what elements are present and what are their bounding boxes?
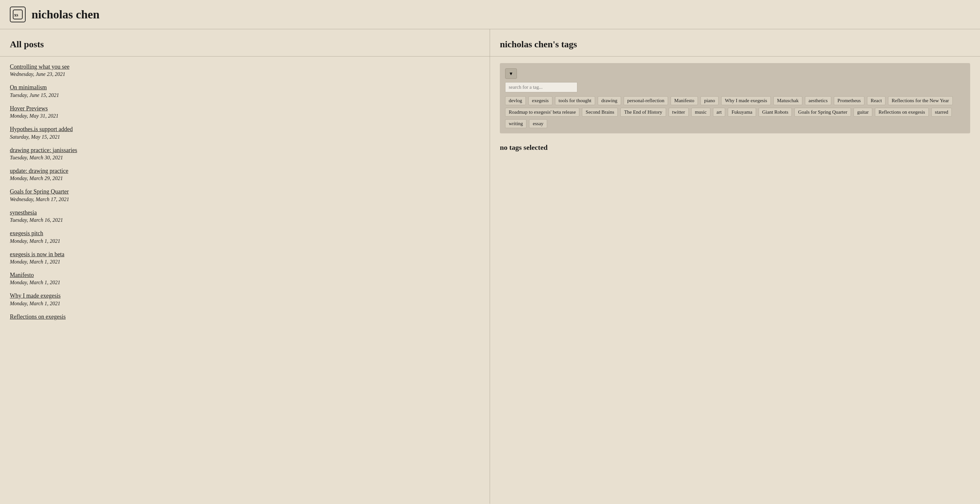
post-link[interactable]: Goals for Spring Quarter: [10, 188, 480, 196]
post-link[interactable]: exegesis pitch: [10, 230, 480, 237]
tag-pill[interactable]: Fukuyama: [728, 108, 756, 116]
post-date: Tuesday, June 15, 2021: [10, 93, 480, 98]
tag-pill[interactable]: Second Brains: [582, 108, 618, 116]
list-item: Controlling what you seeWednesday, June …: [10, 63, 480, 77]
list-item: exegesis is now in betaMonday, March 1, …: [10, 251, 480, 265]
list-item: update: drawing practiceMonday, March 29…: [10, 167, 480, 181]
post-date: Monday, March 29, 2021: [10, 175, 480, 181]
post-date: Monday, March 1, 2021: [10, 301, 480, 306]
list-item: On minimalismTuesday, June 15, 2021: [10, 84, 480, 98]
post-link[interactable]: Hover Previews: [10, 105, 480, 112]
post-link[interactable]: Why I made exegesis: [10, 292, 480, 300]
tag-pill[interactable]: piano: [700, 96, 719, 105]
post-date: Wednesday, March 17, 2021: [10, 196, 480, 203]
tags-filter-box: ▼ devlogexegesistools for thoughtdrawing…: [500, 63, 970, 133]
filter-icon-button[interactable]: ▼: [505, 69, 517, 79]
post-date: Tuesday, March 30, 2021: [10, 155, 480, 161]
list-item: exegesis pitchMonday, March 1, 2021: [10, 230, 480, 244]
tag-pill[interactable]: tools for thought: [555, 96, 595, 105]
tag-pill[interactable]: Prometheus: [834, 96, 864, 105]
tag-pill[interactable]: Goals for Spring Quarter: [794, 108, 851, 116]
post-link[interactable]: Reflections on exegesis: [10, 313, 480, 321]
list-item: Why I made exegesisMonday, March 1, 2021: [10, 292, 480, 306]
tag-pill[interactable]: guitar: [854, 108, 872, 116]
site-logo-icon: xs: [10, 6, 25, 22]
post-link[interactable]: drawing practice: janissaries: [10, 147, 480, 154]
post-date: Wednesday, June 23, 2021: [10, 71, 480, 77]
svg-text:xs: xs: [14, 13, 18, 18]
site-header: xs nicholas chen: [0, 0, 980, 29]
list-item: Reflections on exegesis: [10, 313, 480, 321]
post-date: Tuesday, March 16, 2021: [10, 217, 480, 223]
post-link[interactable]: update: drawing practice: [10, 167, 480, 175]
tag-pill[interactable]: exegesis: [528, 96, 552, 105]
post-link[interactable]: Hypothes.is support added: [10, 126, 480, 133]
tags-cloud: devlogexegesistools for thoughtdrawingpe…: [505, 96, 965, 128]
list-item: Goals for Spring QuarterWednesday, March…: [10, 188, 480, 202]
tag-pill[interactable]: Roadmap to exegesis' beta release: [505, 108, 579, 116]
right-panel: nicholas chen's tags ▼ devlogexegesistoo…: [490, 29, 980, 504]
tags-section: ▼ devlogexegesistools for thoughtdrawing…: [490, 56, 980, 158]
tag-pill[interactable]: music: [691, 108, 710, 116]
post-date: Monday, March 1, 2021: [10, 238, 480, 244]
site-title: nicholas chen: [32, 8, 100, 21]
post-link[interactable]: Controlling what you see: [10, 63, 480, 71]
post-link[interactable]: exegesis is now in beta: [10, 251, 480, 258]
post-date: Monday, March 1, 2021: [10, 280, 480, 285]
post-link[interactable]: synesthesia: [10, 209, 480, 217]
posts-list: Controlling what you seeWednesday, June …: [0, 56, 490, 334]
post-link[interactable]: On minimalism: [10, 84, 480, 91]
list-item: Hypothes.is support addedSaturday, May 1…: [10, 126, 480, 140]
tag-pill[interactable]: The End of History: [620, 108, 666, 116]
tag-pill[interactable]: Reflections on exegesis: [875, 108, 929, 116]
tag-pill[interactable]: aesthetics: [805, 96, 831, 105]
post-link[interactable]: Manifesto: [10, 271, 480, 279]
all-posts-title: All posts: [10, 39, 480, 49]
list-item: synesthesiaTuesday, March 16, 2021: [10, 209, 480, 223]
list-item: drawing practice: janissariesTuesday, Ma…: [10, 147, 480, 161]
tag-pill[interactable]: twitter: [669, 108, 689, 116]
tag-pill[interactable]: devlog: [505, 96, 526, 105]
post-date: Saturday, May 15, 2021: [10, 134, 480, 140]
tag-pill[interactable]: Matuschak: [773, 96, 802, 105]
tags-title: nicholas chen's tags: [500, 39, 970, 49]
tag-pill[interactable]: drawing: [598, 96, 621, 105]
tag-pill[interactable]: art: [713, 108, 725, 116]
list-item: ManifestoMonday, March 1, 2021: [10, 271, 480, 285]
list-item: Hover PreviewsMonday, May 31, 2021: [10, 105, 480, 119]
left-panel-header: All posts: [0, 29, 490, 56]
right-panel-header: nicholas chen's tags: [490, 29, 980, 56]
tag-pill[interactable]: essay: [529, 119, 547, 128]
filter-icon-row: ▼: [505, 69, 965, 79]
post-date: Monday, May 31, 2021: [10, 113, 480, 119]
tag-pill[interactable]: starred: [931, 108, 952, 116]
no-tags-label: no tags selected: [500, 143, 970, 152]
left-panel: All posts Controlling what you seeWednes…: [0, 29, 490, 504]
tag-pill[interactable]: Reflections for the New Year: [888, 96, 953, 105]
tag-pill[interactable]: Manifesto: [671, 96, 698, 105]
post-date: Monday, March 1, 2021: [10, 259, 480, 265]
tag-pill[interactable]: Giant Robots: [759, 108, 792, 116]
tag-pill[interactable]: React: [867, 96, 885, 105]
tag-pill[interactable]: Why I made exegesis: [721, 96, 771, 105]
tag-search-input[interactable]: [505, 82, 578, 93]
tag-pill[interactable]: personal-reflection: [624, 96, 668, 105]
main-container: All posts Controlling what you seeWednes…: [0, 29, 980, 504]
tag-pill[interactable]: writing: [505, 119, 527, 128]
